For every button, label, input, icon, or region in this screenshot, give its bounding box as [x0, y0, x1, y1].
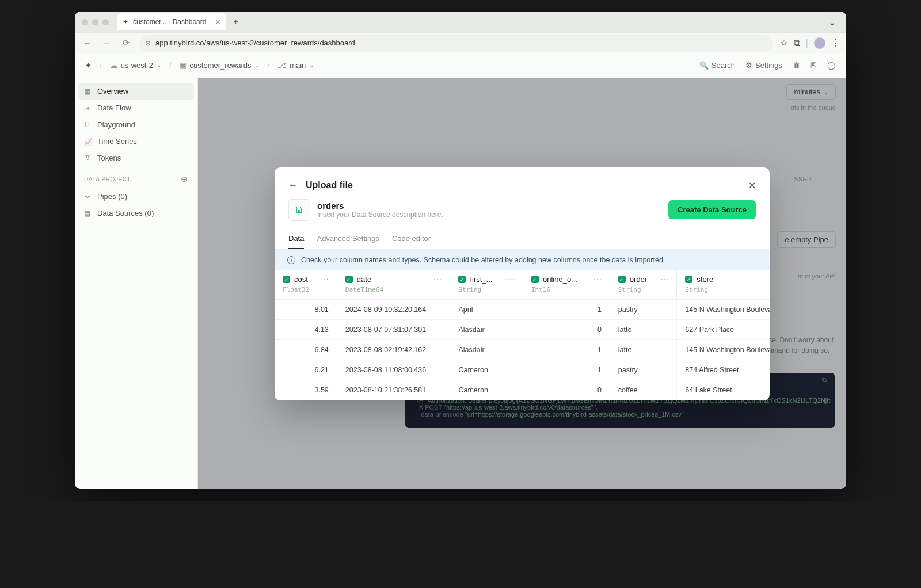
- close-dot[interactable]: [82, 19, 88, 25]
- close-icon[interactable]: ✕: [748, 180, 756, 191]
- cell-cost: 8.01: [275, 299, 337, 319]
- checkbox-icon[interactable]: ✓: [685, 276, 692, 283]
- min-dot[interactable]: [92, 19, 98, 25]
- flow-icon: ⇢: [84, 104, 92, 112]
- sidebar-item-timeseries[interactable]: 📈Time Series: [78, 133, 194, 150]
- sidebar-item-playground[interactable]: ⚐Playground: [78, 116, 194, 133]
- chart-icon: 📈: [84, 138, 92, 146]
- preview-table: ✓cost⋯Float32✓date⋯DateTime64✓first_...⋯…: [275, 270, 770, 400]
- tab-close-icon[interactable]: ×: [216, 17, 220, 26]
- branch-icon: ⎇: [277, 61, 286, 70]
- more-icon[interactable]: ⋯: [321, 275, 329, 284]
- address-input[interactable]: ⊙ app.tinybird.co/aws/us-west-2/customer…: [139, 35, 773, 51]
- crumb-region[interactable]: ☁ us-west-2 ⌄: [110, 61, 161, 70]
- cell-first: Alasdair: [450, 319, 523, 339]
- chevron-down-icon: ⌄: [157, 62, 161, 68]
- bookmark-icon[interactable]: ☆: [780, 37, 788, 48]
- column-header[interactable]: ✓store⋯String: [677, 270, 770, 300]
- cell-first: April: [450, 299, 523, 319]
- info-text: Check your column names and types. Schem…: [301, 256, 663, 264]
- flag-icon: ⚐: [84, 121, 92, 129]
- sidebar-item-pipes[interactable]: ⫘Pipes (0): [78, 188, 194, 205]
- search-icon: 🔍: [699, 61, 709, 70]
- cell-cost: 3.59: [275, 380, 337, 400]
- checkbox-icon[interactable]: ✓: [345, 276, 353, 283]
- tabs-dropdown-icon[interactable]: ⌄: [825, 16, 839, 29]
- more-icon[interactable]: ⋯: [433, 275, 442, 284]
- chevron-down-icon: ⌄: [309, 62, 314, 68]
- forward-button[interactable]: →: [100, 38, 113, 48]
- sidebar-item-overview[interactable]: ▦Overview: [78, 83, 194, 100]
- profile-avatar[interactable]: [814, 37, 825, 49]
- titlebar: ✦ customer... · Dashboard × + ⌄: [75, 12, 846, 32]
- modal-overlay[interactable]: ← Upload file ✕ 🗎 orders Insert your Dat…: [198, 78, 846, 489]
- address-bar: ← → ⟳ ⊙ app.tinybird.co/aws/us-west-2/cu…: [75, 32, 846, 53]
- max-dot[interactable]: [102, 19, 109, 25]
- more-icon[interactable]: ⋯: [660, 275, 668, 284]
- cell-store: 145 N Washington Boulevard: [677, 339, 770, 360]
- export-icon[interactable]: ⇱: [810, 61, 817, 70]
- cell-cost: 6.21: [275, 360, 337, 380]
- checkbox-icon[interactable]: ✓: [458, 276, 466, 283]
- sidebar: ▦Overview ⇢Data Flow ⚐Playground 📈Time S…: [75, 78, 198, 489]
- tab-data[interactable]: Data: [288, 229, 304, 249]
- modal-tabs: Data Advanced Settings Code editor: [275, 229, 770, 250]
- tab-favicon: ✦: [123, 18, 128, 26]
- chevron-down-icon: ⌄: [255, 62, 260, 68]
- toolbar-right: ☆ ⧉ | ⋮: [780, 37, 840, 49]
- column-header[interactable]: ✓date⋯DateTime64: [337, 270, 450, 300]
- user-icon[interactable]: ◯: [827, 61, 836, 70]
- cell-order: latte: [610, 339, 676, 360]
- tab-code[interactable]: Code editor: [392, 229, 431, 249]
- create-datasource-button[interactable]: Create Data Source: [668, 200, 756, 219]
- checkbox-icon[interactable]: ✓: [283, 276, 290, 283]
- pipe-icon: ⫘: [84, 193, 92, 201]
- menu-icon[interactable]: ⋮: [831, 37, 840, 48]
- crumb-workspace[interactable]: ▣ customer_rewards ⌄: [180, 61, 260, 70]
- back-button[interactable]: ←: [288, 180, 298, 190]
- crumb-branch[interactable]: ⎇ main ⌄: [277, 61, 314, 70]
- cell-date: 2023-08-08 02:19:42.162: [337, 339, 450, 360]
- checkbox-icon[interactable]: ✓: [618, 276, 626, 283]
- table-row: 3.592023-08-10 21:38:26.581Cameron0coffe…: [275, 380, 770, 400]
- site-info-icon[interactable]: ⊙: [145, 39, 151, 47]
- checkbox-icon[interactable]: ✓: [531, 276, 539, 283]
- back-button[interactable]: ←: [81, 38, 93, 48]
- column-header[interactable]: ✓order⋯String: [610, 270, 676, 300]
- url-text: app.tinybird.co/aws/us-west-2/customer_r…: [155, 39, 355, 47]
- column-header[interactable]: ✓online_o...⋯Int16: [523, 270, 610, 300]
- info-icon: i: [287, 256, 295, 264]
- tab-title: customer... · Dashboard: [133, 18, 206, 26]
- cell-store: 64 Lake Street: [677, 380, 770, 400]
- more-icon[interactable]: ⋯: [593, 275, 602, 284]
- datasource-desc-placeholder[interactable]: Insert your Data Source description here…: [317, 211, 447, 219]
- logo-icon[interactable]: ✦: [85, 61, 92, 70]
- cell-first: Alasdair: [450, 339, 523, 360]
- modal-title: Upload file: [306, 180, 353, 190]
- cell-first: Cameron: [450, 360, 523, 380]
- reload-button[interactable]: ⟳: [120, 38, 132, 48]
- cell-date: 2024-08-09 10:32:20.164: [337, 299, 450, 319]
- new-tab-button[interactable]: +: [230, 16, 242, 28]
- sidebar-section-header: DATA PROJECT⊕: [78, 166, 194, 188]
- search-button[interactable]: 🔍Search: [699, 61, 735, 70]
- cell-online: 1: [523, 360, 610, 380]
- sidebar-item-dataflow[interactable]: ⇢Data Flow: [78, 100, 194, 116]
- cell-order: pastry: [610, 360, 676, 380]
- plus-icon[interactable]: ⊕: [181, 174, 188, 184]
- datasource-name[interactable]: orders: [317, 201, 447, 211]
- browser-tab[interactable]: ✦ customer... · Dashboard ×: [117, 13, 226, 30]
- sidebar-item-datasources[interactable]: ▤Data Sources (0): [78, 205, 194, 222]
- extensions-icon[interactable]: ⧉: [794, 38, 800, 48]
- cell-date: 2023-08-10 21:38:26.581: [337, 380, 450, 400]
- sidebar-item-tokens[interactable]: ⚿Tokens: [78, 150, 194, 166]
- tab-advanced[interactable]: Advanced Settings: [317, 229, 379, 249]
- cell-online: 1: [523, 339, 610, 360]
- trash-icon[interactable]: 🗑: [793, 61, 800, 70]
- more-icon[interactable]: ⋯: [507, 275, 515, 284]
- browser-window: ✦ customer... · Dashboard × + ⌄ ← → ⟳ ⊙ …: [75, 12, 846, 489]
- cell-cost: 6.84: [275, 339, 337, 360]
- column-header[interactable]: ✓first_...⋯String: [450, 270, 523, 300]
- settings-button[interactable]: ⚙Settings: [745, 61, 782, 70]
- column-header[interactable]: ✓cost⋯Float32: [275, 270, 337, 300]
